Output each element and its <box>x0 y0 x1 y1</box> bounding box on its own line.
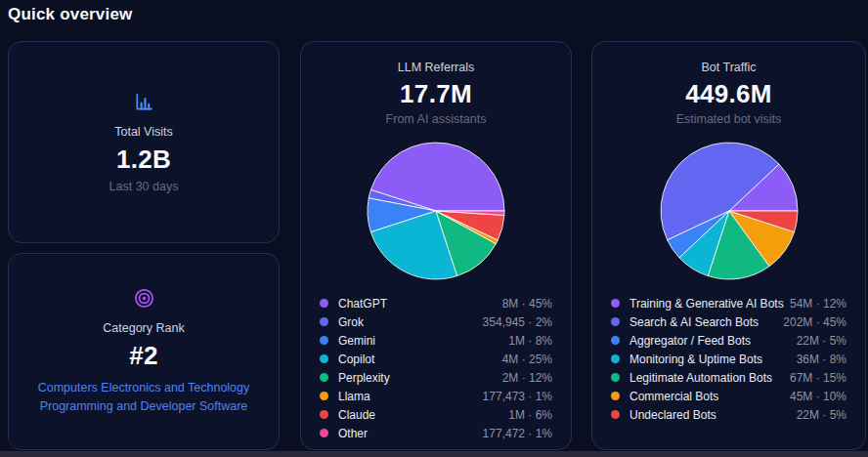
legend-item-grok[interactable]: Grok354,945 · 2% <box>320 312 552 331</box>
legend-color-dot <box>611 317 620 326</box>
total-visits-label: Total Visits <box>114 125 173 139</box>
legend-value: 1M · 8% <box>508 334 552 348</box>
legend-item-perplexity[interactable]: Perplexity2M · 12% <box>320 368 552 387</box>
legend-item-training-generative-ai-bots[interactable]: Training & Generative AI Bots54M · 12% <box>611 294 846 312</box>
bot-traffic-card: Bot Traffic 449.6M Estimated bot visits … <box>591 41 866 450</box>
legend-label: Copilot <box>338 353 374 366</box>
legend-color-dot <box>320 354 328 363</box>
legend-value: 36M · 8% <box>797 353 846 366</box>
legend-label: Undeclared Bots <box>629 408 716 422</box>
legend-item-monitoring-uptime-bots[interactable]: Monitoring & Uptime Bots36M · 8% <box>611 350 846 368</box>
legend-color-dot <box>611 410 620 419</box>
llm-referrals-sub: From AI assistants <box>301 112 571 126</box>
legend-label: Aggregator / Feed Bots <box>629 334 751 348</box>
bot-traffic-value: 449.6M <box>592 79 865 109</box>
legend-color-dot <box>320 392 328 400</box>
legend-item-copilot[interactable]: Copilot4M · 25% <box>320 350 552 368</box>
llm-referrals-value: 17.7M <box>301 79 571 109</box>
legend-value: 177,472 · 1% <box>483 427 552 440</box>
llm-referrals-title: LLM Referrals <box>301 61 571 74</box>
legend-label: Perplexity <box>338 371 390 385</box>
legend-color-dot <box>611 299 620 308</box>
bot-traffic-pie-chart[interactable] <box>658 140 801 282</box>
legend-label: Monitoring & Uptime Bots <box>629 353 762 366</box>
legend-label: Legitimate Automation Bots <box>629 371 772 385</box>
legend-label: ChatGPT <box>338 297 387 311</box>
legend-color-dot <box>320 336 328 345</box>
legend-item-other[interactable]: Other177,472 · 1% <box>320 424 552 442</box>
legend-item-legitimate-automation-bots[interactable]: Legitimate Automation Bots67M · 15% <box>611 368 846 387</box>
legend-value: 4M · 25% <box>502 353 552 366</box>
legend-value: 54M · 12% <box>790 297 846 311</box>
legend-value: 202M · 45% <box>783 315 846 329</box>
category-rank-value: #2 <box>129 341 158 371</box>
legend-value: 2M · 12% <box>502 371 552 385</box>
legend-item-claude[interactable]: Claude1M · 6% <box>320 405 552 424</box>
legend-value: 8M · 45% <box>502 297 552 311</box>
bottom-scrollbar-strip <box>0 451 868 457</box>
legend-color-dot <box>611 392 620 400</box>
total-visits-sub: Last 30 days <box>109 180 179 193</box>
bot-traffic-title: Bot Traffic <box>592 61 865 74</box>
legend-label: Llama <box>338 390 370 403</box>
category-link-parent[interactable]: Computers Electronics and Technology <box>38 379 250 397</box>
legend-color-dot <box>611 373 620 382</box>
category-link-sub[interactable]: Programming and Developer Software <box>38 397 250 416</box>
legend-label: Grok <box>338 315 364 329</box>
legend-value: 45M · 10% <box>790 390 846 403</box>
legend-value: 22M · 5% <box>797 408 846 422</box>
legend-label: Training & Generative AI Bots <box>629 297 784 311</box>
legend-label: Commercial Bots <box>629 390 718 403</box>
legend-color-dot <box>320 429 328 437</box>
legend-color-dot <box>320 373 328 382</box>
legend-item-chatgpt[interactable]: ChatGPT8M · 45% <box>320 294 552 312</box>
legend-item-search-ai-search-bots[interactable]: Search & AI Search Bots202M · 45% <box>611 312 846 331</box>
bot-traffic-sub: Estimated bot visits <box>592 112 865 126</box>
category-rank-card: Category Rank #2 Computers Electronics a… <box>8 253 280 450</box>
llm-referrals-pie-chart[interactable] <box>365 140 507 282</box>
category-rank-label: Category Rank <box>103 321 184 335</box>
llm-referrals-card: LLM Referrals 17.7M From AI assistants C… <box>300 41 572 450</box>
bar-chart-icon <box>133 91 155 113</box>
legend-color-dot <box>320 299 328 308</box>
legend-value: 354,945 · 2% <box>483 315 552 329</box>
legend-item-aggregator-feed-bots[interactable]: Aggregator / Feed Bots22M · 5% <box>611 331 846 350</box>
legend-label: Gemini <box>338 334 375 348</box>
legend-label: Claude <box>338 408 375 422</box>
bot-traffic-legend: Training & Generative AI Bots54M · 12%Se… <box>611 294 846 424</box>
llm-referrals-legend: ChatGPT8M · 45%Grok354,945 · 2%Gemini1M … <box>320 294 552 442</box>
page-title: Quick overview <box>8 5 133 24</box>
legend-label: Search & AI Search Bots <box>629 315 759 329</box>
total-visits-card: Total Visits 1.2B Last 30 days <box>8 41 280 243</box>
legend-color-dot <box>320 410 328 419</box>
legend-value: 67M · 15% <box>790 371 846 385</box>
legend-color-dot <box>320 317 328 326</box>
legend-value: 177,473 · 1% <box>483 390 552 403</box>
legend-label: Other <box>338 427 368 440</box>
legend-item-llama[interactable]: Llama177,473 · 1% <box>320 387 552 405</box>
bullseye-icon <box>133 287 155 310</box>
legend-value: 1M · 6% <box>508 408 552 422</box>
legend-color-dot <box>611 354 620 363</box>
total-visits-value: 1.2B <box>116 145 171 175</box>
legend-item-commercial-bots[interactable]: Commercial Bots45M · 10% <box>611 387 846 405</box>
legend-item-gemini[interactable]: Gemini1M · 8% <box>320 331 552 350</box>
legend-color-dot <box>611 336 620 345</box>
legend-value: 22M · 5% <box>797 334 846 348</box>
legend-item-undeclared-bots[interactable]: Undeclared Bots22M · 5% <box>611 405 846 424</box>
